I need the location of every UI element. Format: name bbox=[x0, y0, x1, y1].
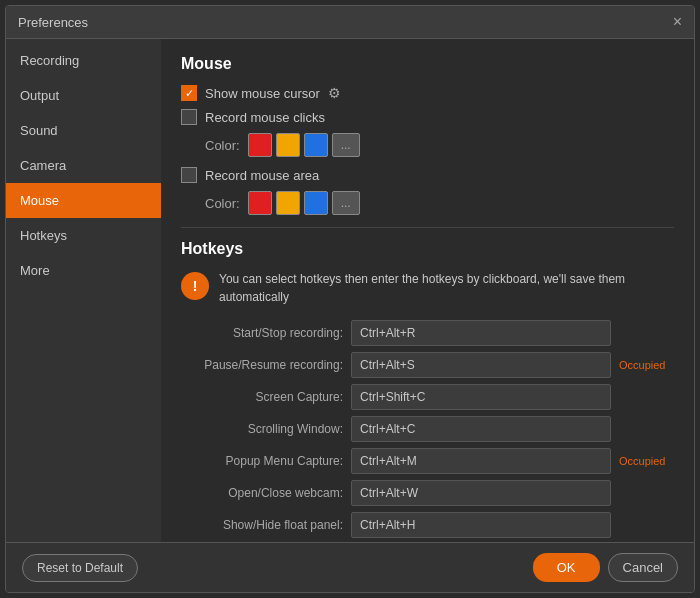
area-color-yellow[interactable] bbox=[276, 191, 300, 215]
preferences-dialog: Preferences × Recording Output Sound Cam… bbox=[5, 5, 695, 593]
dialog-body: Recording Output Sound Camera Mouse Hotk… bbox=[6, 39, 694, 542]
clicks-color-label: Color: bbox=[205, 138, 240, 153]
section-divider bbox=[181, 227, 674, 228]
dialog-title: Preferences bbox=[18, 15, 88, 30]
record-clicks-label: Record mouse clicks bbox=[205, 110, 325, 125]
close-button[interactable]: × bbox=[673, 14, 682, 30]
hotkey-input-scrolling-window[interactable] bbox=[351, 416, 611, 442]
record-clicks-row: Record mouse clicks bbox=[181, 109, 674, 125]
hotkey-input-pause-resume[interactable] bbox=[351, 352, 611, 378]
show-cursor-label: Show mouse cursor bbox=[205, 86, 320, 101]
sidebar-item-more[interactable]: More bbox=[6, 253, 161, 288]
info-icon: ! bbox=[181, 272, 209, 300]
hotkey-row-screen-capture: Screen Capture: bbox=[181, 384, 674, 410]
hotkey-row-pause-resume: Pause/Resume recording: Occupied bbox=[181, 352, 674, 378]
clicks-color-red[interactable] bbox=[248, 133, 272, 157]
hotkey-input-float-panel[interactable] bbox=[351, 512, 611, 538]
hotkey-label-open-webcam: Open/Close webcam: bbox=[181, 486, 351, 500]
footer: Reset to Default OK Cancel bbox=[6, 542, 694, 592]
gear-icon[interactable]: ⚙ bbox=[328, 85, 341, 101]
sidebar-item-camera[interactable]: Camera bbox=[6, 148, 161, 183]
clicks-color-more[interactable]: ... bbox=[332, 133, 360, 157]
area-color-more[interactable]: ... bbox=[332, 191, 360, 215]
reset-to-default-button[interactable]: Reset to Default bbox=[22, 554, 138, 582]
sidebar-item-mouse[interactable]: Mouse bbox=[6, 183, 161, 218]
info-box: ! You can select hotkeys then enter the … bbox=[181, 270, 674, 306]
ok-button[interactable]: OK bbox=[533, 553, 600, 582]
record-clicks-checkbox[interactable] bbox=[181, 109, 197, 125]
sidebar: Recording Output Sound Camera Mouse Hotk… bbox=[6, 39, 161, 542]
clicks-color-yellow[interactable] bbox=[276, 133, 300, 157]
record-area-row: Record mouse area bbox=[181, 167, 674, 183]
sidebar-item-output[interactable]: Output bbox=[6, 78, 161, 113]
cancel-button[interactable]: Cancel bbox=[608, 553, 678, 582]
clicks-color-blue[interactable] bbox=[304, 133, 328, 157]
area-color-blue[interactable] bbox=[304, 191, 328, 215]
show-cursor-row: Show mouse cursor ⚙ bbox=[181, 85, 674, 101]
title-bar: Preferences × bbox=[6, 6, 694, 39]
hotkey-row-popup-menu: Popup Menu Capture: Occupied bbox=[181, 448, 674, 474]
record-area-checkbox[interactable] bbox=[181, 167, 197, 183]
hotkey-label-pause-resume: Pause/Resume recording: bbox=[181, 358, 351, 372]
info-text: You can select hotkeys then enter the ho… bbox=[219, 270, 674, 306]
hotkeys-section-title: Hotkeys bbox=[181, 240, 674, 258]
hotkey-input-start-stop[interactable] bbox=[351, 320, 611, 346]
hotkey-label-start-stop: Start/Stop recording: bbox=[181, 326, 351, 340]
hotkey-label-scrolling-window: Scrolling Window: bbox=[181, 422, 351, 436]
hotkeys-section: Hotkeys ! You can select hotkeys then en… bbox=[181, 240, 674, 542]
mouse-section-title: Mouse bbox=[181, 55, 674, 73]
record-area-label: Record mouse area bbox=[205, 168, 319, 183]
hotkey-label-float-panel: Show/Hide float panel: bbox=[181, 518, 351, 532]
hotkey-input-popup-menu[interactable] bbox=[351, 448, 611, 474]
occupied-badge-pause: Occupied bbox=[619, 359, 665, 371]
sidebar-item-sound[interactable]: Sound bbox=[6, 113, 161, 148]
hotkey-row-start-stop: Start/Stop recording: bbox=[181, 320, 674, 346]
area-color-label: Color: bbox=[205, 196, 240, 211]
sidebar-item-hotkeys[interactable]: Hotkeys bbox=[6, 218, 161, 253]
hotkey-input-open-webcam[interactable] bbox=[351, 480, 611, 506]
clicks-color-row: Color: ... bbox=[205, 133, 674, 157]
hotkey-row-scrolling-window: Scrolling Window: bbox=[181, 416, 674, 442]
area-color-red[interactable] bbox=[248, 191, 272, 215]
occupied-badge-popup: Occupied bbox=[619, 455, 665, 467]
area-color-row: Color: ... bbox=[205, 191, 674, 215]
hotkey-row-open-webcam: Open/Close webcam: bbox=[181, 480, 674, 506]
hotkey-label-screen-capture: Screen Capture: bbox=[181, 390, 351, 404]
hotkey-input-screen-capture[interactable] bbox=[351, 384, 611, 410]
show-cursor-checkbox[interactable] bbox=[181, 85, 197, 101]
main-content: Mouse Show mouse cursor ⚙ Record mouse c… bbox=[161, 39, 694, 542]
hotkey-row-float-panel: Show/Hide float panel: bbox=[181, 512, 674, 538]
sidebar-item-recording[interactable]: Recording bbox=[6, 43, 161, 78]
hotkey-label-popup-menu: Popup Menu Capture: bbox=[181, 454, 351, 468]
footer-actions: OK Cancel bbox=[533, 553, 678, 582]
